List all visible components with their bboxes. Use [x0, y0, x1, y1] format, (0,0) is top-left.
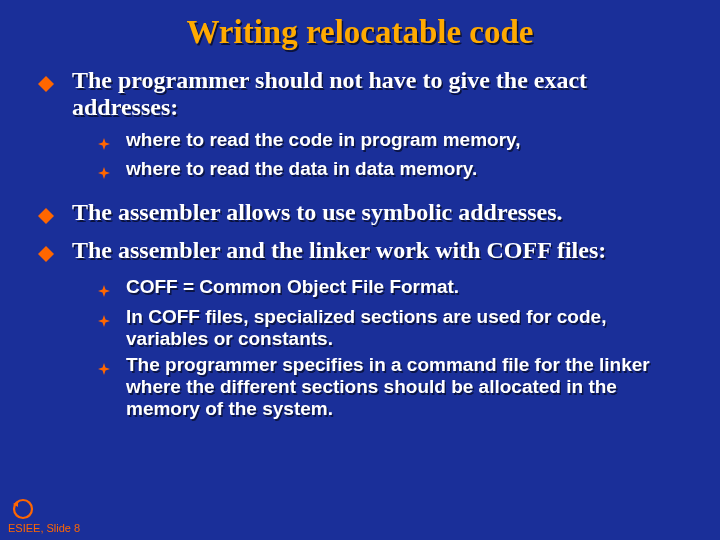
bullet-level2: In COFF files, specialized sections are … [98, 306, 684, 351]
star-bullet-icon [98, 310, 110, 332]
footer-slide-prefix: Slide [47, 522, 71, 534]
bullet-text: The assembler allows to use symbolic add… [72, 199, 684, 226]
bullet-level2: The programmer specifies in a command fi… [98, 354, 684, 421]
sub-bullet-text: The programmer specifies in a command fi… [126, 354, 684, 421]
bullet-level2: where to read the code in program memory… [98, 129, 684, 155]
bullet-level1: The assembler and the linker work with C… [38, 237, 684, 268]
slide-footer: ESIEE, Slide 8 [8, 498, 80, 534]
sub-bullet-text: where to read the code in program memory… [126, 129, 684, 151]
diamond-bullet-icon [38, 241, 54, 268]
footer-slide-number: 8 [74, 522, 80, 534]
diamond-bullet-icon [38, 71, 54, 98]
slide-title: Writing relocatable code [36, 14, 684, 51]
slide-content: The programmer should not have to give t… [36, 67, 684, 421]
footer-org: ESIEE [8, 522, 40, 534]
footer-label: ESIEE, Slide 8 [8, 522, 80, 534]
svg-marker-4 [38, 246, 54, 262]
sub-bullet-group: COFF = Common Object File Format. In COF… [98, 276, 684, 420]
sub-bullet-text: COFF = Common Object File Format. [126, 276, 684, 298]
diamond-bullet-icon [38, 203, 54, 230]
bullet-level1: The assembler allows to use symbolic add… [38, 199, 684, 230]
slide: Writing relocatable code The programmer … [0, 0, 720, 540]
sub-bullet-text: where to read the data in data memory. [126, 158, 684, 180]
bullet-level2: where to read the data in data memory. [98, 158, 684, 184]
svg-marker-7 [98, 363, 110, 375]
svg-marker-6 [98, 315, 110, 327]
svg-marker-1 [98, 138, 110, 150]
svg-marker-3 [38, 208, 54, 224]
svg-marker-5 [98, 285, 110, 297]
bullet-level1: The programmer should not have to give t… [38, 67, 684, 121]
svg-marker-0 [38, 76, 54, 92]
sub-bullet-text: In COFF files, specialized sections are … [126, 306, 684, 351]
bullet-text: The assembler and the linker work with C… [72, 237, 684, 264]
star-bullet-icon [98, 280, 110, 302]
bullet-text: The programmer should not have to give t… [72, 67, 684, 121]
sub-bullet-group: where to read the code in program memory… [98, 129, 684, 185]
star-bullet-icon [98, 133, 110, 155]
svg-marker-2 [98, 167, 110, 179]
star-bullet-icon [98, 162, 110, 184]
return-icon[interactable] [12, 498, 34, 520]
bullet-level2: COFF = Common Object File Format. [98, 276, 684, 302]
star-bullet-icon [98, 358, 110, 380]
